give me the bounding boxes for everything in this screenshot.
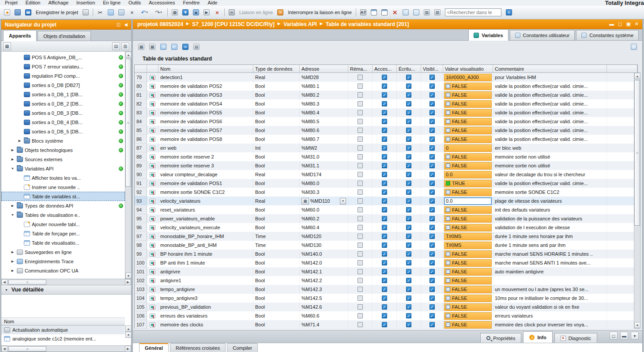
retain-checkbox[interactable] [358,181,363,186]
accessible-checkbox[interactable] [382,154,387,159]
monitor-value[interactable]: FALSE [444,136,492,143]
tree-item[interactable]: regulation PID comp... [1,71,125,80]
visible-checkbox[interactable] [429,278,435,283]
comment-cell[interactable]: valide la position effective(car valid. … [493,82,607,91]
comment-cell[interactable]: valide la position effective(car valid. … [493,117,607,126]
row-number[interactable]: 89 [135,161,147,170]
data-type-cell[interactable]: Bool [253,91,300,99]
variable-name-cell[interactable]: memoire sortie SONDE C1C2 [158,188,253,197]
writable-checkbox[interactable] [406,198,411,204]
retain-checkbox[interactable] [358,287,363,292]
copy-icon[interactable] [106,8,116,17]
monitor-value-cell[interactable]: FALSE [443,135,493,144]
variable-name-cell[interactable]: memoire de validation POS1 [158,179,253,188]
address-cell[interactable]: %M60.4 [300,223,348,232]
variable-name-cell[interactable]: monostable_BP_horaire_IHM [158,232,253,241]
address-cell[interactable]: %M80.6 [300,126,348,135]
monitor-value[interactable]: FALSE [444,127,492,134]
cut-icon[interactable]: ✂ [95,8,105,17]
header-adresse[interactable]: Adresse [300,65,348,72]
remove-split-icon[interactable]: ✕ [390,8,400,17]
visible-checkbox[interactable] [429,128,435,133]
row-number[interactable]: 97 [135,232,147,241]
accessible-checkbox[interactable] [382,251,387,257]
accessible-checkbox[interactable] [382,181,387,186]
comment-cell[interactable]: valide la position effective(car valid. … [493,179,607,188]
tab-appareils[interactable]: Appareils [3,30,37,41]
variable-name-cell[interactable]: memoire sortie reserve 3 [158,161,253,170]
save-project-icon[interactable] [23,8,33,17]
variable-name-cell[interactable]: antigrivre [158,267,253,276]
writable-checkbox[interactable] [406,128,411,133]
device-info-icon[interactable] [380,8,389,17]
visible-checkbox[interactable] [429,322,435,327]
menu-fen-tre[interactable]: Fenêtre [179,0,203,6]
header-accessible[interactable]: Acces... [373,65,397,72]
comment-cell[interactable]: valide la position effective(car valid. … [493,99,607,108]
visible-checkbox[interactable] [429,119,435,124]
accessible-checkbox[interactable] [382,163,387,168]
table-row[interactable]: 106erreurs des variateursBool%M60.6FALSE… [135,311,637,320]
table-row[interactable]: 99BP horaire ihm 1 minuteBool%M140.0FALS… [135,250,637,258]
comment-cell[interactable]: err bloc web [493,144,607,152]
visible-checkbox[interactable] [429,110,435,115]
retain-checkbox[interactable] [358,242,363,248]
tree-view-toggle-icon[interactable]: ▦ [3,42,11,50]
retain-checkbox[interactable] [358,189,363,195]
variable-name-cell[interactable]: memoire de validation POS3 [158,91,253,99]
table-row[interactable]: 97monostable_BP_horaire_IHMTime%MD120T#0… [135,232,637,241]
retain-checkbox[interactable] [358,172,363,177]
variable-name-cell[interactable]: previous_BP_validation [158,303,253,311]
data-type-cell[interactable]: Bool [253,108,300,117]
menu-projet[interactable]: Projet [1,0,22,6]
tree-item[interactable]: ▶Types de données API [1,201,125,210]
table-row[interactable]: 86memoire de validation POS8Bool%M80.7FA… [135,135,637,144]
variable-name-cell[interactable]: erreurs des variateurs [158,311,253,320]
monitor-value-cell[interactable]: FALSE [443,117,493,126]
row-number[interactable]: 87 [135,144,147,152]
writable-checkbox[interactable] [406,234,411,239]
retain-checkbox[interactable] [358,313,363,318]
monitor-value-cell[interactable]: T#0MS [443,232,493,241]
writable-checkbox[interactable] [406,75,411,80]
monitor-value[interactable]: FALSE [444,91,492,99]
scroll-left-icon[interactable]: ◀ [1,346,8,352]
writable-checkbox[interactable] [406,313,411,318]
monitor-value-cell[interactable]: FALSE [443,152,493,161]
writable-checkbox[interactable] [406,101,411,106]
address-cell[interactable]: %M31.0 [300,152,348,161]
table-row[interactable]: 105previous_BP_validationBool%M142.6FALS… [135,303,637,311]
comment-cell[interactable]: valide la position effective(car valid. … [493,91,607,99]
table-row[interactable]: 103tempo_antigivreBool%M142.3FALSEun mou… [135,285,637,294]
data-type-cell[interactable]: Bool [253,267,300,276]
detail-vertical-scrollbar[interactable]: ▲ ▼ [125,326,131,338]
monitor-value-cell[interactable]: FALSE [443,188,493,197]
accessible-checkbox[interactable] [382,242,387,248]
row-number[interactable]: 92 [135,188,147,197]
variable-name-cell[interactable]: memoire sortie reserve 2 [158,152,253,161]
download-to-device-icon[interactable]: ▼ [181,8,190,17]
accessible-checkbox[interactable] [382,278,387,283]
expander-icon[interactable]: ▼ [10,167,15,170]
monitor-value[interactable]: FALSE [444,189,492,196]
address-cell[interactable]: %MD130 [300,241,348,250]
visible-checkbox[interactable] [429,198,435,204]
table-row[interactable]: 88memoire sortie reserve 2Bool%M31.0FALS… [135,152,637,161]
variable-name-cell[interactable]: memoire de validation POS4 [158,99,253,108]
writable-checkbox[interactable] [406,295,411,301]
monitor-value[interactable]: FALSE [444,153,492,161]
accessible-checkbox[interactable] [382,128,387,133]
table-scrollbar-thumb[interactable]: ≡ [634,80,640,226]
tab-info[interactable]: i Info [523,331,552,343]
redo-button[interactable]: ↷ [152,8,165,17]
expander-icon[interactable]: ▶ [10,204,15,208]
header-type[interactable]: Type de données [253,65,300,72]
scroll-right-icon[interactable]: ▶ [125,346,131,352]
writable-checkbox[interactable] [406,110,411,115]
data-type-cell[interactable]: Bool [253,188,300,197]
expander-icon[interactable]: ▶ [10,260,15,263]
comment-cell[interactable]: pour Variables IHM [493,73,607,82]
toolbar-overflow-icon[interactable]: ▸ [629,42,639,52]
address-cell[interactable]: %M60.0 [300,205,348,214]
tree-item[interactable]: ▶Sauvegardes en ligne [1,247,125,257]
